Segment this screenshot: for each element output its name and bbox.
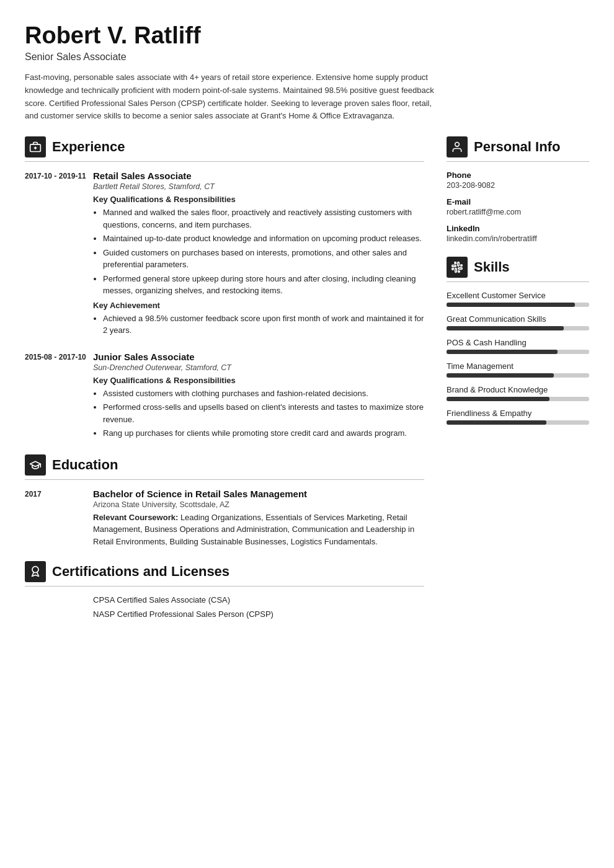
edu-year-1: 2017 xyxy=(25,489,93,548)
skill-item-1: Great Communication Skills xyxy=(447,314,589,330)
bullet-item: Achieved a 98.5% customer feedback score… xyxy=(103,312,424,337)
skills-section: Skills Excellent Customer Service Great … xyxy=(447,257,589,425)
phone-label: Phone xyxy=(447,170,589,180)
skill-name-3: Time Management xyxy=(447,361,589,371)
education-icon xyxy=(25,454,46,476)
skills-divider xyxy=(447,281,589,282)
coursework-label: Relevant Coursework: xyxy=(93,513,178,522)
bullet-item: Manned and walked the sales floor, proac… xyxy=(103,206,424,231)
education-header: Education xyxy=(25,454,424,476)
skill-item-4: Brand & Product Knowledge xyxy=(447,385,589,401)
edu-degree-1: Bachelor of Science in Retail Sales Mana… xyxy=(93,489,424,499)
info-linkedin: LinkedIn linkedin.com/in/robertratliff xyxy=(447,224,589,243)
cert-entry-2: NASP Certified Professional Sales Person… xyxy=(93,609,424,619)
personal-info-divider xyxy=(447,161,589,162)
skill-bar-bg-2 xyxy=(447,350,589,354)
exp-job-title-2: Junior Sales Associate xyxy=(93,352,424,362)
bullet-item: Maintained up-to-date product knowledge … xyxy=(103,232,424,245)
candidate-name: Robert V. Ratliff xyxy=(25,22,589,49)
skill-bar-fill-4 xyxy=(447,397,549,401)
exp-bullets-2: Assisted customers with clothing purchas… xyxy=(93,388,424,440)
exp-achievement-bullets-1: Achieved a 98.5% customer feedback score… xyxy=(93,312,424,337)
edu-content-1: Bachelor of Science in Retail Sales Mana… xyxy=(93,489,424,548)
personal-info-section: Personal Info Phone 203-208-9082 E-mail … xyxy=(447,136,589,243)
exp-bullets-1: Manned and walked the sales floor, proac… xyxy=(93,206,424,297)
svg-point-4 xyxy=(455,143,460,147)
skill-item-3: Time Management xyxy=(447,361,589,378)
edu-coursework-1: Relevant Coursework: Leading Organizatio… xyxy=(93,512,424,548)
exp-company-2: Sun-Drenched Outerwear, Stamford, CT xyxy=(93,363,424,372)
certifications-title: Certifications and Licenses xyxy=(52,564,229,580)
exp-entry-2: 2015-08 - 2017-10 Junior Sales Associate… xyxy=(25,352,424,442)
skill-bar-fill-1 xyxy=(447,326,564,330)
exp-entry-1: 2017-10 - 2019-11 Retail Sales Associate… xyxy=(25,170,424,339)
skill-name-2: POS & Cash Handling xyxy=(447,338,589,347)
skill-bar-bg-1 xyxy=(447,326,589,330)
linkedin-label: LinkedIn xyxy=(447,224,589,233)
info-phone: Phone 203-208-9082 xyxy=(447,170,589,190)
exp-dates-1: 2017-10 - 2019-11 xyxy=(25,170,93,339)
skill-name-5: Friendliness & Empathy xyxy=(447,409,589,418)
svg-point-3 xyxy=(32,567,38,573)
skill-bar-fill-3 xyxy=(447,373,554,378)
skill-bar-bg-5 xyxy=(447,420,589,425)
bullet-item: Assisted customers with clothing purchas… xyxy=(103,388,424,400)
experience-title: Experience xyxy=(52,139,125,155)
personal-info-title: Personal Info xyxy=(474,139,560,155)
education-section: Education 2017 Bachelor of Science in Re… xyxy=(25,454,424,548)
phone-value: 203-208-9082 xyxy=(447,181,589,190)
exp-qualifications-heading-1: Key Qualifications & Responsibilities xyxy=(93,195,424,204)
certifications-section: Certifications and Licenses CPSA Certifi… xyxy=(25,561,424,619)
exp-qualifications-heading-2: Key Qualifications & Responsibilities xyxy=(93,376,424,385)
bullet-item: Performed general store upkeep during st… xyxy=(103,273,424,297)
skill-name-4: Brand & Product Knowledge xyxy=(447,385,589,394)
exp-content-1: Retail Sales Associate Bartlett Retail S… xyxy=(93,170,424,339)
skill-name-0: Excellent Customer Service xyxy=(447,291,589,300)
linkedin-value: linkedin.com/in/robertratliff xyxy=(447,234,589,243)
exp-achievement-heading-1: Key Achievement xyxy=(93,301,424,310)
skill-item-0: Excellent Customer Service xyxy=(447,291,589,307)
skill-bar-fill-5 xyxy=(447,420,546,425)
skills-title: Skills xyxy=(474,259,509,275)
resume-header: Robert V. Ratliff Senior Sales Associate… xyxy=(25,22,589,123)
exp-job-title-1: Retail Sales Associate xyxy=(93,170,424,181)
edu-institution-1: Arizona State University, Scottsdale, AZ xyxy=(93,500,424,509)
main-layout: Experience 2017-10 - 2019-11 Retail Sale… xyxy=(25,136,589,624)
exp-content-2: Junior Sales Associate Sun-Drenched Oute… xyxy=(93,352,424,442)
cert-entry-1: CPSA Certified Sales Associate (CSA) xyxy=(93,595,424,604)
certifications-header: Certifications and Licenses xyxy=(25,561,424,582)
bullet-item: Rang up purchases for clients while prom… xyxy=(103,427,424,440)
skill-bar-fill-0 xyxy=(447,303,575,307)
personal-info-icon xyxy=(447,136,468,157)
education-divider xyxy=(25,479,424,480)
skills-icon xyxy=(447,257,468,278)
skill-bar-fill-2 xyxy=(447,350,558,354)
left-column: Experience 2017-10 - 2019-11 Retail Sale… xyxy=(25,136,424,624)
personal-info-header: Personal Info xyxy=(447,136,589,157)
skill-bar-bg-4 xyxy=(447,397,589,401)
skill-bar-bg-0 xyxy=(447,303,589,307)
experience-section: Experience 2017-10 - 2019-11 Retail Sale… xyxy=(25,136,424,442)
experience-header: Experience xyxy=(25,136,424,157)
candidate-title: Senior Sales Associate xyxy=(25,51,589,63)
exp-company-1: Bartlett Retail Stores, Stamford, CT xyxy=(93,182,424,191)
bullet-item: Performed cross-sells and upsells based … xyxy=(103,401,424,425)
bullet-item: Guided customers on purchases based on i… xyxy=(103,247,424,271)
skill-bar-bg-3 xyxy=(447,373,589,378)
info-email: E-mail robert.ratliff@me.com xyxy=(447,197,589,216)
exp-dates-2: 2015-08 - 2017-10 xyxy=(25,352,93,442)
email-label: E-mail xyxy=(447,197,589,206)
certifications-divider xyxy=(25,586,424,587)
summary-text: Fast-moving, personable sales associate … xyxy=(25,71,434,123)
skill-item-5: Friendliness & Empathy xyxy=(447,409,589,425)
education-title: Education xyxy=(52,457,118,473)
experience-divider xyxy=(25,161,424,162)
experience-icon xyxy=(25,136,46,157)
email-value: robert.ratliff@me.com xyxy=(447,208,589,216)
right-column: Personal Info Phone 203-208-9082 E-mail … xyxy=(447,136,589,624)
certifications-icon xyxy=(25,561,46,582)
skill-name-1: Great Communication Skills xyxy=(447,314,589,324)
edu-entry-1: 2017 Bachelor of Science in Retail Sales… xyxy=(25,489,424,548)
skills-header: Skills xyxy=(447,257,589,278)
skill-item-2: POS & Cash Handling xyxy=(447,338,589,354)
